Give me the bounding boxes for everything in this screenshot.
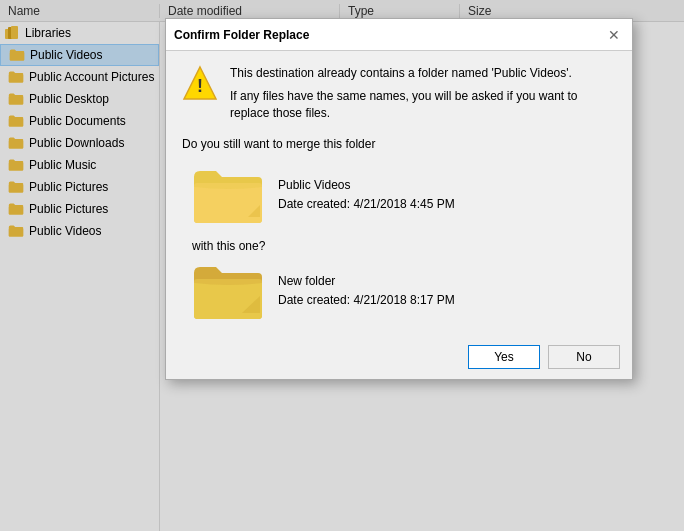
warning-line2: If any files have the same names, you wi…: [230, 88, 616, 122]
yes-button[interactable]: Yes: [468, 345, 540, 369]
dialog-text-block: This destination already contains a fold…: [230, 65, 616, 127]
existing-folder-info: Public Videos Date created: 4/21/2018 4:…: [278, 176, 455, 214]
no-button[interactable]: No: [548, 345, 620, 369]
warning-icon: !: [182, 65, 218, 101]
dialog-titlebar: Confirm Folder Replace ✕: [166, 19, 632, 51]
dialog-warning-row: ! This destination already contains a fo…: [182, 65, 616, 127]
new-folder-name: New folder: [278, 272, 455, 291]
confirm-folder-replace-dialog: Confirm Folder Replace ✕ ! This destinat…: [165, 18, 633, 380]
merge-question-text: Do you still want to merge this folder: [182, 137, 616, 151]
warning-line1: This destination already contains a fold…: [230, 65, 616, 82]
with-this-one-text: with this one?: [192, 239, 265, 253]
folder-compare: Public Videos Date created: 4/21/2018 4:…: [182, 165, 616, 327]
new-folder-icon: [192, 261, 264, 321]
dialog-footer: Yes No: [166, 337, 632, 379]
svg-text:!: !: [197, 76, 203, 96]
dialog-title: Confirm Folder Replace: [174, 28, 309, 42]
existing-folder-date: Date created: 4/21/2018 4:45 PM: [278, 195, 455, 214]
new-folder-info: New folder Date created: 4/21/2018 8:17 …: [278, 272, 455, 310]
dialog-close-button[interactable]: ✕: [604, 25, 624, 45]
existing-folder-name: Public Videos: [278, 176, 455, 195]
existing-folder-item: Public Videos Date created: 4/21/2018 4:…: [192, 165, 455, 225]
existing-folder-icon: [192, 165, 264, 225]
new-folder-date: Date created: 4/21/2018 8:17 PM: [278, 291, 455, 310]
new-folder-item: New folder Date created: 4/21/2018 8:17 …: [192, 261, 455, 321]
dialog-body: ! This destination already contains a fo…: [166, 51, 632, 337]
